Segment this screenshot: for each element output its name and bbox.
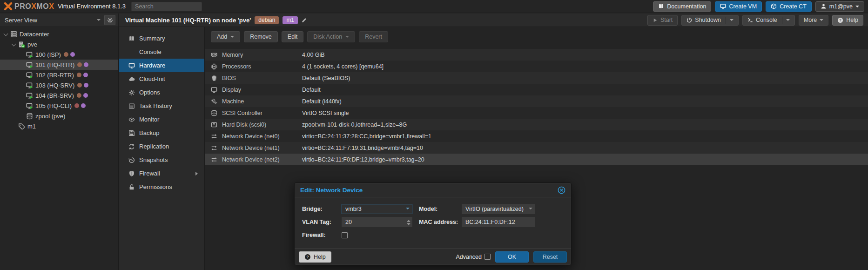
tree-item[interactable]: 100 (ISP) — [0, 49, 118, 60]
advanced-checkbox[interactable] — [484, 254, 491, 260]
model-combo — [462, 204, 535, 214]
bridge-input[interactable] — [342, 204, 412, 214]
help-button[interactable]: Help — [832, 15, 863, 26]
tree-item[interactable]: 102 (BR-RTR) — [0, 70, 118, 80]
tree-expand-caret[interactable] — [11, 41, 17, 47]
hardware-row[interactable]: BIOS Default (SeaBIOS) — [205, 72, 868, 84]
tree-expand-caret[interactable] — [19, 61, 25, 68]
disk-action-button[interactable]: Disk Action — [307, 31, 355, 42]
spinner-down-icon[interactable] — [407, 223, 410, 227]
dialog-titlebar[interactable]: Edit: Network Device — [295, 183, 571, 197]
menu-item-summary[interactable]: Summary — [119, 32, 204, 45]
menu-item-hardware[interactable]: Hardware — [119, 59, 204, 72]
revert-button[interactable]: Revert — [359, 31, 388, 42]
hardware-row[interactable]: Processors 4 (1 sockets, 4 cores) [qemu6… — [205, 61, 868, 72]
hardware-row[interactable]: Memory 4.00 GiB — [205, 49, 868, 61]
mac-input[interactable] — [462, 217, 535, 227]
tree-expand-caret[interactable] — [3, 31, 9, 37]
shutdown-menu-chevron-icon[interactable] — [730, 19, 733, 23]
advanced-label: Advanced — [456, 254, 482, 260]
chevron-down-icon — [855, 6, 859, 9]
tree-item[interactable]: 103 (HQ-SRV) — [0, 80, 118, 90]
menu-item-label: Snapshots — [139, 156, 168, 163]
tag-dots — [64, 52, 75, 57]
hardware-row-value: Default (i440fx) — [302, 98, 342, 105]
remove-button[interactable]: Remove — [244, 31, 278, 42]
documentation-button[interactable]: Documentation — [653, 1, 711, 12]
menu-item-backup[interactable]: Backup — [119, 126, 204, 140]
tree-item-label: 105 (HQ-CLI) — [35, 102, 72, 109]
hardware-row[interactable]: Network Device (net0) virtio=BC:24:11:37… — [205, 130, 868, 142]
hardware-row[interactable]: Hard Disk (scsi0) zpool:vm-101-disk-0,io… — [205, 119, 868, 130]
user-menu-button[interactable]: m1@pve — [815, 1, 864, 12]
tree-item[interactable]: Datacenter — [0, 29, 118, 39]
gear-icon — [128, 89, 135, 96]
edit-tags-pencil-icon[interactable] — [301, 17, 307, 23]
hardware-row-label: Display — [222, 87, 302, 93]
create-ct-button[interactable]: Create CT — [766, 1, 812, 12]
menu-item-task-history[interactable]: Task History — [119, 99, 204, 113]
menu-item-label: Console — [139, 48, 161, 55]
tree-item[interactable]: 104 (BR-SRV) — [0, 90, 118, 101]
menu-item-firewall[interactable]: Firewall — [119, 167, 204, 180]
monitor-icon — [720, 3, 726, 9]
gear-icon — [107, 17, 113, 23]
hardware-row[interactable]: Network Device (net2) virtio=BC:24:11:F0… — [205, 154, 868, 165]
menu-item-permissions[interactable]: Permissions — [119, 180, 204, 194]
create-vm-button[interactable]: Create VM — [715, 1, 762, 12]
eye-icon — [128, 116, 135, 123]
start-label: Start — [660, 17, 673, 23]
chevron-down-icon[interactable] — [529, 208, 532, 211]
menu-item-monitor[interactable]: Monitor — [119, 113, 204, 126]
tree-expand-caret[interactable] — [19, 92, 25, 99]
resource-tree-panel: Datacenter pve 100 (ISP) 101 (HQ-RTR) 10… — [0, 27, 119, 270]
vm-icon — [26, 61, 33, 68]
tree-expand-caret[interactable] — [19, 51, 25, 58]
add-button[interactable]: Add — [211, 31, 240, 42]
hardware-row[interactable]: Network Device (net1) virtio=BC:24:11:F7… — [205, 142, 868, 154]
hardware-row[interactable]: SCSI Controller VirtIO SCSI single — [205, 107, 868, 119]
shutdown-button[interactable]: Shutdown — [681, 15, 739, 26]
tag-dot — [84, 62, 88, 67]
firewall-checkbox[interactable] — [342, 232, 348, 238]
menu-item-cloud-init[interactable]: Cloud-Init — [119, 72, 204, 86]
console-menu-chevron-icon[interactable] — [786, 19, 790, 23]
tree-expand-caret[interactable] — [19, 102, 25, 109]
tree-expand-caret[interactable] — [19, 72, 25, 78]
more-button[interactable]: More — [799, 15, 828, 26]
console-label: Console — [756, 17, 777, 23]
tree-item[interactable]: 101 (HQ-RTR) — [0, 60, 118, 70]
console-button[interactable]: Console — [742, 15, 795, 26]
chevron-down-icon[interactable] — [406, 208, 410, 211]
model-input[interactable] — [462, 204, 535, 214]
vlan-input[interactable] — [342, 217, 412, 227]
menu-item-console[interactable]: Console — [119, 45, 204, 59]
edit-button[interactable]: Edit — [282, 31, 304, 42]
reset-button[interactable]: Reset — [533, 251, 567, 263]
vm-icon — [26, 102, 33, 109]
hardware-row[interactable]: Machine Default (i440fx) — [205, 95, 868, 107]
hardware-row[interactable]: Display Default — [205, 84, 868, 95]
spinner-up-icon[interactable] — [407, 218, 410, 222]
tree-settings-button[interactable] — [104, 15, 115, 25]
close-icon[interactable] — [558, 186, 565, 194]
menu-item-snapshots[interactable]: Snapshots — [119, 153, 204, 167]
ok-button[interactable]: OK — [495, 251, 529, 263]
dialog-help-button[interactable]: Help — [299, 251, 331, 263]
monitor-icon — [128, 62, 135, 69]
tree-item[interactable]: 105 (HQ-CLI) — [0, 101, 118, 111]
server-icon — [10, 31, 17, 38]
start-button[interactable]: Start — [647, 15, 678, 26]
tree-item[interactable]: pve — [0, 39, 118, 49]
menu-item-options[interactable]: Options — [119, 86, 204, 99]
tree-expand-caret[interactable] — [19, 82, 25, 88]
menu-item-replication[interactable]: Replication — [119, 140, 204, 153]
tree-item[interactable]: zpool (pve) — [0, 111, 118, 121]
tree-expand-caret[interactable] — [19, 113, 25, 119]
tree-item[interactable]: m1 — [0, 121, 118, 131]
divider — [726, 17, 726, 24]
tree-expand-caret[interactable] — [11, 123, 17, 129]
search-input[interactable] — [131, 2, 202, 11]
list-icon — [128, 103, 135, 109]
view-selector[interactable]: Server View — [0, 14, 119, 27]
